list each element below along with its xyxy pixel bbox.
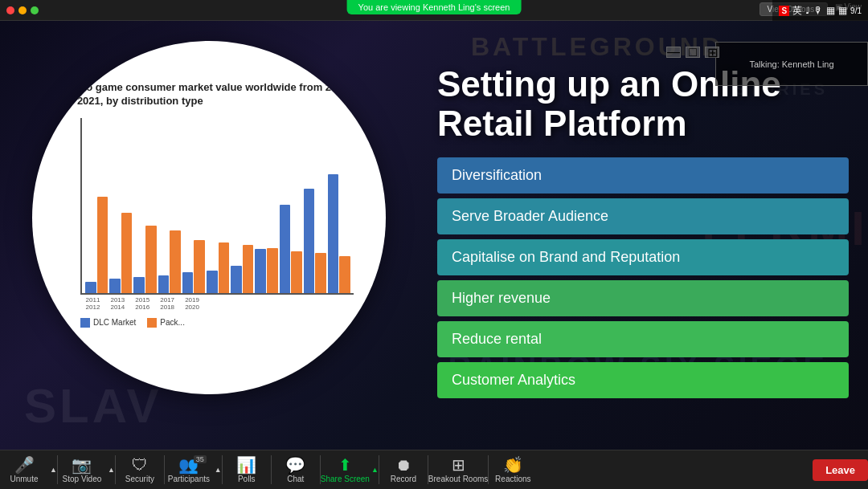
slide-title-line2: Retail Platform [437, 104, 687, 143]
bar-dlc-2013 [133, 277, 145, 293]
x-label-2021 [229, 296, 254, 312]
bar-chart [80, 118, 354, 295]
stop-video-button[interactable]: 📷 Stop Video [58, 457, 106, 483]
legend: DLC Market Pack... [80, 318, 354, 328]
screen-area: BATTLEGROUND STORIES FERMI RAINBOW SIX S… [0, 0, 868, 450]
participants-caret[interactable]: ▲ [213, 466, 222, 474]
share-screen-button[interactable]: ⬆ Share Screen [321, 457, 370, 483]
bullets-list: Diversification Serve Broader Audience C… [437, 157, 849, 398]
bar-dlc-2011 [85, 282, 96, 293]
close-dot[interactable] [6, 6, 14, 14]
bullet-diversification[interactable]: Diversification [437, 157, 849, 194]
bar-group-2015 [182, 240, 205, 293]
security-icon: 🛡 [132, 457, 148, 473]
chat-icon: 💬 [285, 457, 305, 473]
leave-button[interactable]: Leave [813, 459, 868, 481]
maximize-dot[interactable] [31, 6, 39, 14]
bar-group-2019 [280, 205, 302, 293]
polls-button[interactable]: 📊 Polls [223, 457, 271, 483]
bullet-customer-analytics[interactable]: Customer Analytics [437, 362, 849, 398]
bar-group-2014 [158, 230, 181, 293]
reactions-icon: 👏 [503, 457, 523, 473]
bar-pack-2012 [121, 213, 133, 293]
bar-pack-2020 [315, 253, 326, 293]
record-label: Record [391, 475, 416, 483]
x-label-2017: 20172018 [155, 296, 180, 312]
bar-group-2021 [328, 174, 350, 293]
share-screen-icon: ⬆ [338, 457, 352, 473]
tray-icon-lang: 英 [792, 4, 802, 18]
panel-ctrl-btn-3[interactable]: ⊞ [705, 47, 719, 58]
bar-group-2011 [85, 197, 108, 293]
bullet-text-5: Customer Analytics [452, 372, 575, 388]
panel-ctrl-btn-2[interactable]: □ [686, 47, 700, 58]
legend-label-pack: Pack... [160, 318, 185, 327]
bar-pack-2014 [170, 230, 181, 293]
legend-dot-red [147, 318, 157, 328]
x-label-2015: 20152016 [130, 296, 155, 312]
chat-button[interactable]: 💬 Chat [272, 457, 320, 483]
breakout-button[interactable]: ⊞ Breakout Rooms [428, 457, 488, 483]
tray-icon-s: S [779, 6, 789, 16]
toolbar: 🎤 Unmute ▲ 📷 Stop Video ▲ 🛡 Security 35 … [0, 450, 868, 489]
security-button[interactable]: 🛡 Security [116, 457, 164, 483]
bar-group-2012 [109, 213, 132, 293]
bar-pack-2015 [194, 240, 205, 293]
window-controls [0, 6, 39, 14]
presentation-area: Video game consumer market value worldwi… [0, 21, 418, 414]
x-label-2023 [279, 296, 304, 312]
bullet-capitalise[interactable]: Capitalise on Brand and Reputation [437, 239, 849, 275]
bar-pack-2017 [243, 245, 254, 293]
polls-label: Polls [238, 475, 256, 483]
panel-ctrl-btn-1[interactable]: — [666, 47, 681, 58]
bar-dlc-2014 [158, 275, 170, 293]
bar-pack-2013 [145, 226, 157, 293]
participants-button[interactable]: 35 👥 Participants [165, 457, 213, 483]
bar-pack-2021 [339, 256, 350, 293]
top-bar: You are viewing Kenneth Ling's screen Vi… [0, 0, 868, 21]
x-label-2011: 20112012 [80, 296, 105, 312]
right-panel: Talking: Kenneth Ling — □ ⊞ Setting up a… [418, 21, 868, 414]
bar-dlc-2015 [182, 272, 194, 293]
bullet-serve-broader[interactable]: Serve Broader Audience [437, 198, 849, 234]
screen-share-notice: You are viewing Kenneth Ling's screen [347, 0, 522, 14]
minimize-dot[interactable] [18, 6, 27, 14]
security-label: Security [125, 475, 154, 483]
participants-badge: 35 [194, 455, 207, 463]
bullet-higher-revenue[interactable]: Higher revenue [437, 280, 849, 316]
bullet-reduce-rental[interactable]: Reduce rental [437, 321, 849, 357]
bar-pack-2018 [267, 248, 278, 293]
chart-card: Video game consumer market value worldwi… [32, 41, 386, 394]
record-button[interactable]: ⏺ Record [379, 457, 428, 483]
bullet-text-3: Higher revenue [452, 290, 551, 306]
polls-icon: 📊 [236, 457, 256, 473]
panel-controls[interactable]: — □ ⊞ [666, 47, 719, 58]
legend-label-dlc: DLC Market [93, 318, 136, 327]
bar-group-2017 [231, 245, 253, 293]
mic-icon: 🎤 [14, 457, 35, 473]
x-label-2020 [205, 296, 230, 312]
bar-group-2016 [207, 242, 229, 293]
breakout-label: Breakout Rooms [428, 475, 488, 483]
bar-pack-2019 [291, 251, 302, 293]
bar-dlc-2017 [231, 266, 242, 293]
bar-dlc-2012 [109, 279, 121, 293]
video-caret[interactable]: ▲ [106, 466, 115, 474]
stop-video-label: Stop Video [63, 475, 102, 483]
x-label-2024 [304, 296, 329, 312]
tray-icon-time: 9/1 [850, 6, 862, 15]
reactions-label: Reactions [495, 475, 530, 483]
unmute-button[interactable]: 🎤 Unmute [0, 457, 48, 483]
participants-label: Participants [168, 475, 210, 483]
unmute-caret[interactable]: ▲ [48, 466, 57, 474]
tray-icon-mic: 🎙 [813, 5, 823, 16]
bar-dlc-2019 [280, 205, 291, 293]
share-caret[interactable]: ▲ [370, 466, 379, 474]
bar-dlc-2020 [304, 189, 315, 293]
legend-pack: Pack... [147, 318, 185, 328]
bar-pack-2011 [97, 197, 108, 293]
reactions-button[interactable]: 👏 Reactions [489, 457, 537, 483]
bar-group-2018 [255, 248, 277, 293]
x-label-2022 [254, 296, 279, 312]
chart-title: Video game consumer market value worldwi… [64, 81, 354, 108]
